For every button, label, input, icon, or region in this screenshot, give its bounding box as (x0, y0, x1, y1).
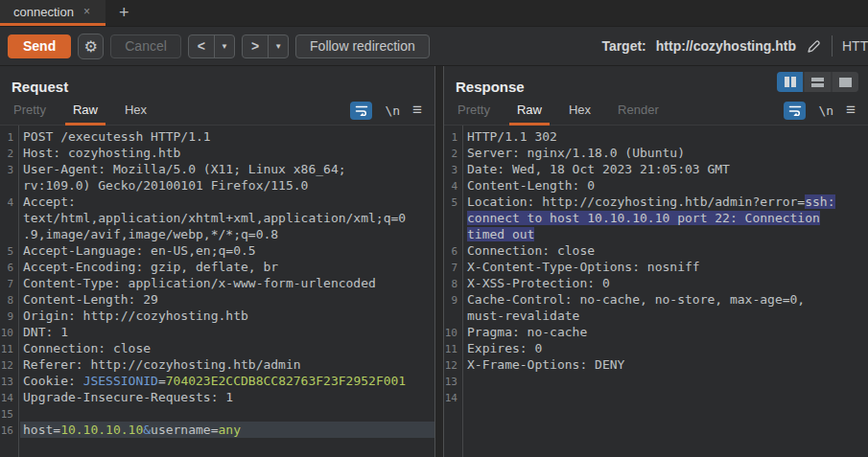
code-line[interactable]: 1POST /executessh HTTP/1.1 (0, 128, 434, 145)
show-newlines-icon[interactable]: \n (818, 103, 833, 118)
code-line[interactable]: 9Origin: http://cozyhosting.htb (0, 308, 434, 324)
code-line[interactable]: 10Pragma: no-cache (444, 324, 868, 340)
line-content: Connection: close (13, 340, 151, 356)
line-number (0, 177, 13, 194)
line-number (444, 308, 457, 324)
code-line[interactable]: 4Accept: (0, 194, 434, 210)
code-line[interactable]: 14 (444, 389, 868, 405)
forward-icon[interactable]: > (243, 38, 268, 54)
back-icon[interactable]: < (189, 38, 214, 54)
http-version-selector[interactable]: HTTP/1 (842, 38, 868, 54)
columns-layout-icon[interactable] (777, 72, 803, 92)
line-number (444, 210, 457, 226)
line-number: 16 (0, 422, 13, 438)
rows-layout-icon[interactable] (805, 72, 831, 92)
code-line[interactable]: 10DNT: 1 (0, 324, 434, 340)
line-number: 5 (0, 242, 13, 259)
gear-icon[interactable]: ⚙ (78, 34, 104, 59)
code-line[interactable]: 5Accept-Language: en-US,en;q=0.5 (0, 242, 434, 259)
line-number: 12 (0, 356, 13, 373)
line-number: 7 (0, 275, 13, 291)
code-line[interactable]: 9Cache-Control: no-cache, no-store, max-… (444, 291, 868, 308)
line-content: Accept: (13, 194, 76, 210)
code-line[interactable]: 13 (444, 373, 868, 389)
single-layout-icon[interactable] (833, 72, 858, 92)
send-button[interactable]: Send (8, 34, 71, 58)
code-line[interactable]: must-revalidate (444, 308, 868, 324)
code-line[interactable]: 8Content-Length: 29 (0, 291, 434, 308)
code-line[interactable]: 7X-Content-Type-Options: nosniff (444, 259, 868, 275)
panel-splitter[interactable] (435, 66, 443, 457)
line-number: 10 (444, 324, 457, 340)
line-content: .9,image/avif,image/webp,*/*;q=0.8 (13, 226, 278, 242)
gutter-separator (462, 126, 463, 457)
code-line[interactable]: .9,image/avif,image/webp,*/*;q=0.8 (0, 226, 434, 242)
back-dropdown-icon[interactable]: ▼ (214, 35, 234, 57)
toolbar: Send ⚙ Cancel < ▼ > ▼ Follow redirection… (0, 26, 868, 66)
show-newlines-icon[interactable]: \n (385, 103, 400, 118)
toolbar-divider (832, 35, 833, 57)
code-line[interactable]: 6Connection: close (444, 242, 868, 259)
tab-pretty[interactable]: Pretty (444, 103, 504, 125)
code-line[interactable]: 11Connection: close (0, 340, 434, 356)
forward-button[interactable]: > ▼ (242, 34, 289, 58)
request-editor[interactable]: 1POST /executessh HTTP/1.12Host: cozyhos… (0, 126, 434, 457)
code-line[interactable]: 1HTTP/1.1 302 (444, 128, 868, 145)
response-editor[interactable]: 1HTTP/1.1 3022Server: nginx/1.18.0 (Ubun… (444, 126, 868, 457)
close-tab-icon[interactable]: × (83, 5, 90, 18)
code-line[interactable]: 8X-XSS-Protection: 0 (444, 275, 868, 291)
code-line[interactable]: text/html,application/xhtml+xml,applicat… (0, 210, 434, 226)
back-button[interactable]: < ▼ (188, 34, 235, 58)
line-content: Referer: http://cozyhosting.htb/admin (13, 356, 301, 373)
code-line[interactable]: 7Content-Type: application/x-www-form-ur… (0, 275, 434, 291)
code-line[interactable]: 3Date: Wed, 18 Oct 2023 21:05:03 GMT (444, 161, 868, 177)
line-content: text/html,application/xhtml+xml,applicat… (13, 210, 406, 226)
code-line[interactable]: 6Accept-Encoding: gzip, deflate, br (0, 259, 434, 275)
code-line[interactable]: 16host=10.10.10.10&username=any (0, 422, 434, 438)
code-line[interactable]: rv:109.0) Gecko/20100101 Firefox/115.0 (0, 177, 434, 194)
code-line[interactable]: 3User-Agent: Mozilla/5.0 (X11; Linux x86… (0, 161, 434, 177)
edit-target-pencil-icon[interactable] (806, 38, 822, 55)
code-line[interactable]: 12Referer: http://cozyhosting.htb/admin (0, 356, 434, 373)
new-tab-button[interactable]: + (106, 0, 143, 26)
line-content: Host: cozyhosting.htb (13, 145, 180, 161)
code-line[interactable]: timed out (444, 226, 868, 242)
tab-render[interactable]: Render (604, 103, 672, 125)
line-number: 8 (0, 291, 13, 308)
line-content: Origin: http://cozyhosting.htb (13, 308, 248, 324)
code-line[interactable]: 2Server: nginx/1.18.0 (Ubuntu) (444, 145, 868, 161)
tab-connection[interactable]: connection × (0, 0, 106, 26)
code-line[interactable]: 2Host: cozyhosting.htb (0, 145, 434, 161)
code-line[interactable]: connect to host 10.10.10.10 port 22: Con… (444, 210, 868, 226)
line-content: must-revalidate (457, 308, 579, 324)
forward-dropdown-icon[interactable]: ▼ (268, 35, 288, 57)
target-area: Target: http://cozyhosting.htb HTTP/1 (601, 35, 868, 57)
code-line[interactable]: 14Upgrade-Insecure-Requests: 1 (0, 389, 434, 405)
code-line[interactable]: 11Expires: 0 (444, 340, 868, 356)
editor-menu-icon[interactable]: ≡ (846, 101, 856, 120)
word-wrap-icon[interactable] (784, 102, 806, 120)
line-number: 7 (444, 259, 457, 275)
line-content: Connection: close (457, 242, 595, 259)
line-number: 6 (444, 242, 457, 259)
line-number: 3 (0, 161, 13, 177)
repeater-tab-bar: connection × + (0, 0, 868, 26)
code-line[interactable]: 13Cookie: JSESSIONID=704023E2CCDB8CC8276… (0, 373, 434, 389)
code-line[interactable]: 4Content-Length: 0 (444, 177, 868, 194)
tab-raw[interactable]: Raw (59, 103, 111, 125)
line-number: 1 (444, 128, 457, 145)
tab-hex[interactable]: Hex (555, 103, 604, 125)
line-number: 1 (0, 128, 13, 145)
code-line[interactable]: 15 (0, 405, 434, 422)
response-panel: Response Pretty Raw Hex Render \n ≡ 1HTT… (443, 66, 868, 457)
editor-menu-icon[interactable]: ≡ (412, 101, 422, 120)
line-content: Accept-Encoding: gzip, deflate, br (13, 259, 278, 275)
word-wrap-icon[interactable] (350, 102, 372, 120)
code-line[interactable]: 5Location: http://cozyhosting.htb/admin?… (444, 194, 868, 210)
cancel-button[interactable]: Cancel (110, 34, 181, 58)
tab-raw[interactable]: Raw (504, 103, 555, 125)
follow-redirection-button[interactable]: Follow redirection (295, 34, 430, 58)
tab-hex[interactable]: Hex (111, 103, 160, 125)
tab-pretty[interactable]: Pretty (0, 103, 59, 125)
code-line[interactable]: 12X-Frame-Options: DENY (444, 356, 868, 373)
